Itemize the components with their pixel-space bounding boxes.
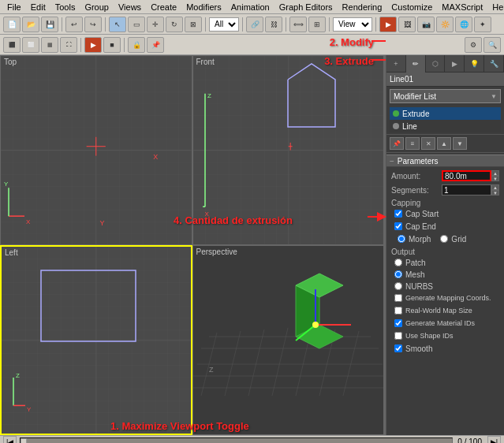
menu-customize[interactable]: Customize: [387, 2, 436, 13]
modifier-list-label: Modifier List: [394, 92, 436, 101]
t2-btn8[interactable]: 📌: [147, 37, 164, 53]
timeline-next[interactable]: ▶|: [487, 436, 501, 444]
align-btn[interactable]: ⊞: [308, 17, 326, 32]
view-dropdown[interactable]: View: [333, 17, 372, 32]
menu-edit[interactable]: Edit: [27, 2, 50, 13]
delete-btn[interactable]: ✕: [421, 137, 435, 150]
sep7: [375, 17, 376, 32]
menu-group[interactable]: Group: [80, 2, 113, 13]
gen-material-check[interactable]: [394, 319, 402, 327]
tab-display[interactable]: 💡: [465, 55, 484, 73]
render4-btn[interactable]: 🔆: [436, 17, 454, 32]
unlink-btn[interactable]: ⛓: [265, 17, 282, 32]
menu-rendering[interactable]: Rendering: [338, 2, 386, 13]
open-btn[interactable]: 📂: [22, 17, 39, 32]
save-btn[interactable]: 💾: [41, 17, 58, 32]
t2-btn7[interactable]: 🔒: [128, 37, 145, 53]
t2-btn6[interactable]: ■: [103, 37, 121, 53]
patch-radio[interactable]: [394, 259, 402, 266]
cmd-tabs: + ✏ ⬡ ▶ 💡 🔧: [386, 55, 504, 73]
tab-hierarchy[interactable]: ⬡: [426, 55, 446, 73]
stack-item-extrude[interactable]: Extrude: [390, 107, 501, 120]
new-btn[interactable]: 📄: [3, 17, 21, 32]
cap-end-check[interactable]: [394, 222, 402, 230]
t2-btn3[interactable]: ▦: [41, 37, 58, 53]
link-btn[interactable]: 🔗: [246, 17, 263, 32]
gen-mapping-row: Generate Mapping Coords.: [391, 292, 499, 303]
amount-row: Amount: 80.0m ▲ ▼: [391, 169, 499, 182]
menu-modifiers[interactable]: Modifiers: [182, 2, 226, 13]
t2-btn2[interactable]: ⬜: [22, 37, 39, 53]
undo-btn[interactable]: ↩: [65, 17, 83, 32]
segments-spinbox[interactable]: 1 ▲ ▼: [442, 184, 499, 195]
mirror-btn[interactable]: ⟺: [289, 17, 307, 32]
tab-motion[interactable]: ▶: [445, 55, 465, 73]
viewport-perspective[interactable]: Perspective: [192, 245, 385, 435]
amount-down[interactable]: ▼: [491, 176, 499, 181]
movedown-btn[interactable]: ▼: [453, 137, 467, 150]
svg-text:Z: Z: [209, 366, 214, 374]
svg-text:Y: Y: [100, 219, 105, 227]
moveup-btn[interactable]: ▲: [437, 137, 451, 150]
cap-start-check[interactable]: [394, 210, 402, 218]
tab-create[interactable]: +: [386, 55, 406, 73]
render6-btn[interactable]: ✦: [474, 17, 491, 32]
grid-radio[interactable]: [440, 235, 448, 243]
scale-btn[interactable]: ⊠: [185, 17, 202, 32]
viewport-top-label: Top: [4, 58, 17, 66]
viewport-left[interactable]: Left Z Y: [0, 245, 192, 435]
menu-maxscript[interactable]: MAXScript: [438, 2, 487, 13]
smooth-check[interactable]: [394, 344, 402, 352]
svg-text:X: X: [153, 153, 158, 161]
segments-up[interactable]: ▲: [491, 184, 499, 190]
menu-create[interactable]: Create: [147, 2, 181, 13]
menu-graph-editors[interactable]: Graph Editors: [275, 2, 337, 13]
t2-btn9[interactable]: ⚙: [465, 37, 482, 53]
t2-btn10[interactable]: 🔍: [483, 37, 501, 53]
t2-btn5[interactable]: ▶: [84, 37, 102, 53]
morph-radio[interactable]: [398, 235, 405, 243]
nurbs-radio[interactable]: [394, 282, 402, 290]
viewport-top[interactable]: Top X Y: [0, 55, 192, 245]
t2-btn4[interactable]: ⛶: [60, 37, 77, 53]
t2-btn1[interactable]: ⬛: [3, 37, 21, 53]
timeline-thumb[interactable]: [21, 438, 27, 444]
patch-label: Patch: [405, 259, 426, 267]
menu-tools[interactable]: Tools: [51, 2, 80, 13]
select-btn[interactable]: ↖: [109, 17, 126, 32]
timeline-track[interactable]: [20, 437, 452, 444]
move-btn[interactable]: ✛: [147, 17, 164, 32]
modifier-list-dropdown[interactable]: Modifier List: [390, 89, 501, 103]
pin-btn[interactable]: 📌: [390, 137, 404, 150]
timeline-prev[interactable]: |◀: [3, 436, 17, 444]
render2-btn[interactable]: 🖼: [398, 17, 416, 32]
menu-file[interactable]: File: [3, 2, 25, 13]
render5-btn[interactable]: 🌐: [455, 17, 472, 32]
tab-utilities[interactable]: 🔧: [484, 55, 504, 73]
filter-dropdown[interactable]: All: [209, 17, 239, 32]
amount-value[interactable]: 80.0m: [442, 170, 491, 181]
menu-views[interactable]: Views: [114, 2, 145, 13]
segments-down[interactable]: ▼: [491, 190, 499, 195]
parameters-header[interactable]: Parameters: [386, 154, 504, 167]
amount-spinbox[interactable]: 80.0m ▲ ▼: [442, 170, 499, 181]
render3-btn[interactable]: 📷: [417, 17, 435, 32]
param-btn[interactable]: ≡: [405, 137, 420, 150]
use-shape-row: Use Shape IDs: [391, 330, 499, 341]
mesh-radio[interactable]: [394, 270, 402, 278]
gen-mapping-check[interactable]: [394, 294, 402, 302]
stack-item-line[interactable]: Line: [390, 120, 501, 132]
segments-value[interactable]: 1: [442, 184, 491, 195]
rotate-btn[interactable]: ↻: [166, 17, 183, 32]
render-btn[interactable]: ▶: [379, 17, 397, 32]
tab-modify[interactable]: ✏: [406, 55, 426, 73]
svg-point-47: [312, 322, 319, 328]
amount-up[interactable]: ▲: [491, 170, 499, 176]
menu-help[interactable]: Help: [488, 2, 504, 13]
viewport-front[interactable]: Front Z X: [192, 55, 385, 245]
use-shape-check[interactable]: [394, 332, 402, 340]
redo-btn[interactable]: ↪: [84, 17, 102, 32]
menu-animation[interactable]: Animation: [227, 2, 274, 13]
real-world-check[interactable]: [394, 307, 402, 315]
selectregion-btn[interactable]: ▭: [128, 17, 145, 32]
